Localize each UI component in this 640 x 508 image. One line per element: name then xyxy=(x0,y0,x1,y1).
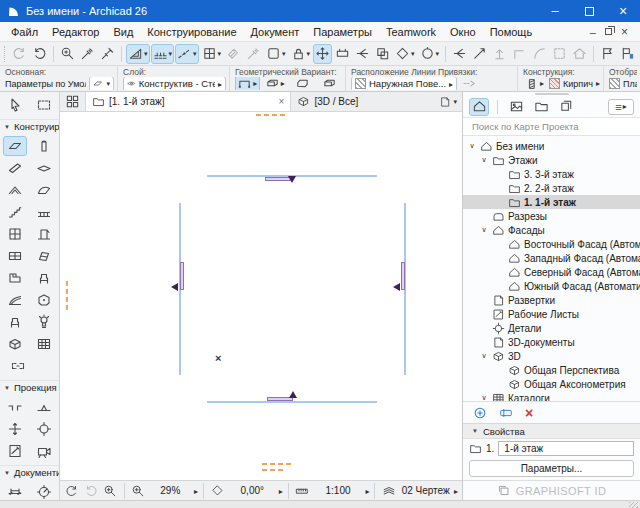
menu-file[interactable]: Файл xyxy=(4,24,45,40)
split-icon[interactable] xyxy=(450,44,469,64)
orientation-caret[interactable] xyxy=(279,485,283,496)
redo-icon[interactable] xyxy=(30,44,49,64)
adjust-icon[interactable] xyxy=(470,44,489,64)
menu-edit[interactable]: Редактор xyxy=(45,24,106,40)
menu-design[interactable]: Конструирование xyxy=(140,24,243,40)
tool-section[interactable] xyxy=(3,397,27,417)
navigator-menu-icon[interactable] xyxy=(608,99,634,115)
collapse-icon[interactable] xyxy=(467,142,477,150)
snap-guides-icon[interactable] xyxy=(151,44,175,64)
menu-view[interactable]: Вид xyxy=(106,24,140,40)
stretch-icon[interactable] xyxy=(333,44,352,64)
group-icon[interactable] xyxy=(373,44,392,64)
tree-item-elevation-east[interactable]: Восточный Фасад (Автоматич xyxy=(463,237,640,251)
collapse-icon[interactable] xyxy=(479,352,489,360)
tab-3d[interactable]: [3D / Все] xyxy=(291,92,364,111)
refline-select-button[interactable]: Наружная Пове... xyxy=(351,77,457,90)
tool-beam[interactable] xyxy=(3,158,27,178)
orientation-icon[interactable] xyxy=(209,483,226,499)
mdi-close-icon[interactable] xyxy=(621,25,628,39)
tree-item-schedules[interactable]: Каталоги xyxy=(463,391,640,401)
tree-item-details[interactable]: Детали xyxy=(463,321,640,335)
tool-stair[interactable] xyxy=(3,202,27,222)
zoom-level-caret[interactable] xyxy=(194,485,198,496)
tool-slab[interactable] xyxy=(32,158,56,178)
tool-dimension[interactable] xyxy=(3,482,27,500)
default-params-label[interactable]: Параметры по Умолчанию xyxy=(5,79,86,89)
rename-item-icon[interactable] xyxy=(499,406,513,420)
tree-item-3d-documents[interactable]: 3D-документы xyxy=(463,335,640,349)
window-resize-strip[interactable] xyxy=(0,500,640,508)
tree-item-elevations[interactable]: Фасады xyxy=(463,223,640,237)
layout-book-icon[interactable] xyxy=(531,98,551,116)
minimize-button[interactable] xyxy=(538,0,572,22)
tool-detail[interactable] xyxy=(32,419,56,439)
tree-item-axonometry[interactable]: Общая Аксонометрия xyxy=(463,377,640,391)
tool-camera[interactable] xyxy=(32,441,56,461)
mdi-restore-icon[interactable] xyxy=(605,28,612,35)
zoom-to-fit-icon[interactable] xyxy=(58,44,77,64)
tool-shell[interactable] xyxy=(32,180,56,200)
tool-corner-window[interactable] xyxy=(3,268,27,288)
tool-elevation[interactable] xyxy=(32,397,56,417)
tool-furniture[interactable] xyxy=(3,312,27,332)
pen-set-icon[interactable] xyxy=(380,483,397,499)
tool-object[interactable] xyxy=(32,268,56,288)
zoom-level-value[interactable]: 29% xyxy=(149,485,192,496)
tool-radial-dimension[interactable] xyxy=(32,482,56,500)
tree-item-sections[interactable]: Разрезы xyxy=(463,209,640,223)
tool-window[interactable] xyxy=(3,246,27,266)
tree-item-elevation-north[interactable]: Северный Фасад (Автоматиче xyxy=(463,265,640,279)
menu-options[interactable]: Параметры xyxy=(306,24,379,40)
orientation-value[interactable]: 0,00° xyxy=(228,485,277,496)
close-button[interactable] xyxy=(606,0,640,22)
tree-item-perspective[interactable]: Общая Перспектива xyxy=(463,363,640,377)
tool-railing[interactable] xyxy=(32,202,56,222)
collapse-icon[interactable] xyxy=(479,394,489,401)
geometry-curved-button[interactable] xyxy=(263,77,288,90)
wall-segment-right[interactable] xyxy=(401,262,405,290)
tool-worksheet[interactable] xyxy=(3,441,27,461)
corner-icon[interactable] xyxy=(510,44,529,64)
construction-value[interactable]: Кирпич - Гли... xyxy=(563,79,593,89)
tool-door[interactable] xyxy=(32,224,56,244)
project-map-search-input[interactable]: Поиск по Карте Проекта xyxy=(463,118,640,136)
tree-item-worksheets[interactable]: Рабочие Листы xyxy=(463,307,640,321)
collapse-icon[interactable] xyxy=(479,156,489,164)
tree-item-3d[interactable]: 3D xyxy=(463,349,640,363)
story-name-input[interactable]: 1-й этаж xyxy=(498,441,634,456)
menu-window[interactable]: Окно xyxy=(443,24,483,40)
zoom-in-icon[interactable] xyxy=(102,483,119,499)
flag-info-icon[interactable] xyxy=(618,44,637,64)
menu-document[interactable]: Документ xyxy=(244,24,307,40)
tool-grid-element[interactable] xyxy=(32,334,56,354)
project-map-icon[interactable] xyxy=(469,98,489,116)
quad-view-icon[interactable] xyxy=(60,92,85,111)
guide-lines-icon[interactable] xyxy=(175,44,199,64)
display-swatch-icon[interactable] xyxy=(609,78,620,89)
menu-help[interactable]: Помощь xyxy=(483,24,540,40)
menu-teamwork[interactable]: Teamwork xyxy=(379,24,443,40)
wall-section-icon[interactable] xyxy=(523,77,546,90)
toolbox-section-design[interactable]: Конструирование xyxy=(0,119,59,133)
toolbox-section-document[interactable]: Документирование xyxy=(0,465,59,479)
elevate-icon[interactable] xyxy=(490,44,509,64)
tool-morph[interactable] xyxy=(3,334,27,354)
fillet-icon[interactable] xyxy=(530,44,549,64)
circle-tool-icon[interactable] xyxy=(418,44,442,64)
tool-curtain-wall[interactable] xyxy=(3,224,27,244)
inject-parameters-icon[interactable] xyxy=(98,44,117,64)
brick-hatch-swatch[interactable] xyxy=(549,78,560,89)
maximize-button[interactable] xyxy=(572,0,606,22)
selection-frame-icon[interactable] xyxy=(264,44,288,64)
floor-plan-canvas[interactable] xyxy=(60,112,462,480)
delete-item-icon[interactable] xyxy=(525,405,533,421)
undo-icon[interactable] xyxy=(10,44,29,64)
scale-icon[interactable] xyxy=(294,483,311,499)
tool-interior-elevation[interactable] xyxy=(3,419,27,439)
resize-icon[interactable] xyxy=(550,44,569,64)
scale-caret[interactable] xyxy=(365,485,369,496)
tab-floor-plan[interactable]: [1. 1-й этаж] xyxy=(85,92,291,111)
back-view-icon[interactable] xyxy=(64,483,81,499)
pen-set-value[interactable]: 02 Чертеж xyxy=(399,485,452,496)
